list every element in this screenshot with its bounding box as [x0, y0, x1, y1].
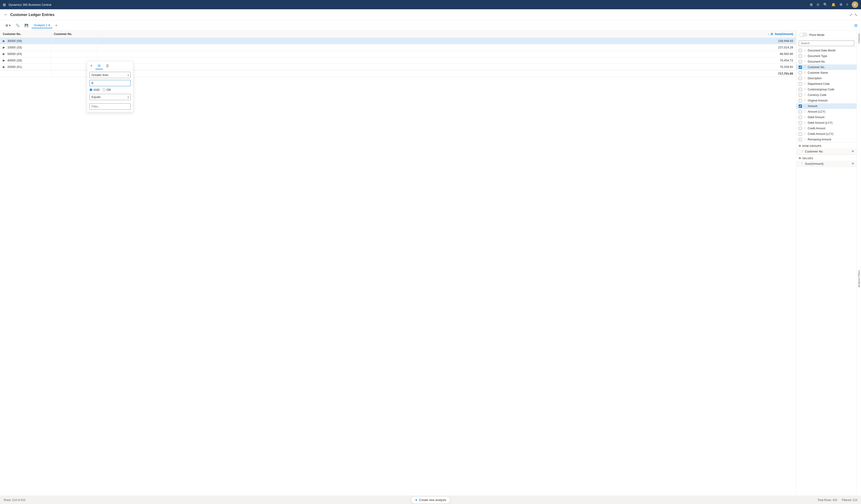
drag-handle-icon: ⠿: [804, 138, 806, 141]
app-logo-icon: ⊞: [3, 2, 6, 7]
row-group-item[interactable]: ⠿ Customer No. ✕: [796, 148, 857, 154]
main-area: Customer No. Customer No. ↓ ⊟ Sum(Amount…: [0, 31, 861, 504]
back-button[interactable]: ←: [4, 12, 8, 17]
remove-row-group-button[interactable]: ✕: [851, 149, 854, 153]
list-item[interactable]: ⠿ Amount: [796, 103, 857, 109]
col-checkbox[interactable]: [799, 60, 802, 63]
create-new-analysis-button[interactable]: ✦ Create new analysis: [411, 496, 450, 504]
col-header-customer-no1[interactable]: Customer No.: [0, 31, 51, 38]
tab-chevron-icon: ▾: [49, 23, 50, 27]
list-item[interactable]: ⠿ Credit Amount (LCY): [796, 131, 857, 137]
collapse-icon[interactable]: ⤡: [854, 13, 857, 17]
list-item[interactable]: ⠿ Customergroup Code: [796, 87, 857, 92]
filter-or-radio[interactable]: [102, 88, 105, 91]
drag-handle-icon: ⠿: [804, 99, 806, 102]
filter-tab-filter[interactable]: ⊟: [95, 62, 103, 69]
drag-handle-icon: ⠿: [804, 49, 806, 52]
list-item[interactable]: ⠿ Description: [796, 76, 857, 81]
search-button[interactable]: 🔍: [14, 23, 21, 28]
list-item[interactable]: ⠿ Document Date Month: [796, 48, 857, 53]
row-expand-icon[interactable]: ▶: [3, 65, 5, 69]
filter-tab-columns[interactable]: |||: [104, 62, 111, 69]
filter-and-label[interactable]: AND: [90, 88, 100, 92]
remove-value-button[interactable]: ✕: [851, 162, 854, 165]
pivot-mode-header: Pivot Mode: [796, 31, 857, 39]
col-checkbox[interactable]: [799, 105, 802, 108]
col-checkbox[interactable]: [799, 71, 802, 74]
save-button[interactable]: 💾: [23, 23, 30, 28]
topbar: ⊞ Dynamics 365 Business Central ⊞ ⊙ 🔍 🔔 …: [0, 0, 861, 9]
bell-icon[interactable]: 🔔: [831, 2, 836, 7]
col-checkbox[interactable]: [799, 49, 802, 52]
row-expand-icon[interactable]: ▶: [3, 39, 5, 43]
tab-label: Analysis 1: [34, 23, 47, 27]
tab-analysis1[interactable]: Analysis 1 ▾: [31, 23, 52, 28]
list-item[interactable]: ⠿ Debit Amount (LCY): [796, 120, 857, 126]
col-checkbox[interactable]: [799, 54, 802, 58]
col-checkbox[interactable]: [799, 110, 802, 113]
popout-icon[interactable]: ⤢: [849, 13, 852, 17]
filter-and-radio[interactable]: [90, 88, 93, 91]
list-item[interactable]: ⠿ Debit Amount: [796, 114, 857, 120]
list-item[interactable]: ⠿ Document Type: [796, 53, 857, 59]
drag-handle-icon: ⠿: [804, 110, 806, 113]
col-checkbox[interactable]: [799, 82, 802, 85]
columns-search-input[interactable]: [799, 41, 854, 46]
col-checkbox[interactable]: [799, 93, 802, 97]
row-expand-icon[interactable]: ▶: [3, 52, 5, 56]
filter-operator2-select[interactable]: Equals Not Equals Greater than Less than: [90, 94, 131, 100]
col-checkbox[interactable]: [799, 132, 802, 136]
list-item[interactable]: ⠿ Credit Amount: [796, 126, 857, 131]
filter-operator1-select[interactable]: Greater than Equals Not Equals Less than…: [90, 72, 131, 78]
filter-icon[interactable]: ⊟: [854, 23, 857, 27]
filter-body: Greater than Equals Not Equals Less than…: [87, 69, 133, 112]
question-icon[interactable]: ?: [846, 3, 848, 7]
col-header-sum-amount[interactable]: ↓ ⊟ Sum(Amount): [97, 31, 796, 38]
settings-icon[interactable]: ⚙: [839, 2, 843, 7]
columns-icon: |||: [106, 64, 109, 67]
list-item[interactable]: ⠿ Customer Name: [796, 70, 857, 76]
page-title: Customer Ledger Entries: [10, 13, 54, 17]
drag-handle-icon: ⠿: [804, 127, 806, 130]
table-row[interactable]: ▶ 10000 (33) 237,014.28: [0, 44, 796, 51]
table-row[interactable]: ▶ 30000 (59) 238,948.93: [0, 38, 796, 44]
search-icon[interactable]: 🔍: [823, 2, 828, 7]
add-tab-button[interactable]: +: [54, 23, 59, 28]
list-item[interactable]: ⠿ Department Code: [796, 81, 857, 87]
row-expand-icon[interactable]: ▶: [3, 59, 5, 62]
col-checkbox[interactable]: [799, 66, 802, 69]
help-circle-icon[interactable]: ⊙: [817, 2, 820, 7]
drag-handle-icon: ⠿: [804, 93, 806, 97]
col-checkbox[interactable]: [799, 121, 802, 124]
avatar[interactable]: K: [852, 1, 858, 8]
filter-value2-input[interactable]: [90, 103, 131, 110]
col-checkbox[interactable]: [799, 115, 802, 119]
col-checkbox[interactable]: [799, 138, 802, 141]
value-item[interactable]: ⠿ Sum(Amount) ✕: [796, 161, 857, 167]
page-header: ← Customer Ledger Entries ⤢ ⤡: [0, 9, 861, 21]
filter-tab-list[interactable]: ≡: [88, 62, 95, 69]
filter-or-label[interactable]: OR: [102, 88, 111, 92]
list-item[interactable]: ⠿ Currency Code: [796, 92, 857, 98]
list-item[interactable]: ⠿ Amount (LCY): [796, 109, 857, 114]
table-row[interactable]: ▶ 50000 (43) 88,993.80: [0, 51, 796, 57]
bottom-right: Total Rows: 415 Filtered: 214: [818, 499, 857, 502]
filter-value1-input[interactable]: [90, 80, 131, 86]
row-expand-icon[interactable]: ▶: [3, 46, 5, 49]
col-checkbox[interactable]: [799, 77, 802, 80]
col-checkbox[interactable]: [799, 99, 802, 102]
col-checkbox[interactable]: [799, 88, 802, 91]
view-button[interactable]: ⊞ ▾: [4, 23, 13, 28]
pivot-toggle[interactable]: [799, 32, 807, 37]
list-item[interactable]: ⠿ Remaining Amount: [796, 137, 857, 142]
list-item[interactable]: ⠿ Original Amount: [796, 98, 857, 103]
columns-side-tab[interactable]: Columns: [857, 32, 861, 44]
filter-popup-tabs: ≡ ⊟ |||: [87, 62, 133, 69]
save-icon: 💾: [25, 24, 28, 27]
list-item[interactable]: ⠿ Document No.: [796, 59, 857, 65]
list-item[interactable]: ⠿ Customer No.: [796, 65, 857, 70]
analysis-filters-side-tab[interactable]: Analysis Filters: [857, 269, 861, 288]
col-checkbox[interactable]: [799, 127, 802, 130]
grid-icon[interactable]: ⊞: [810, 2, 813, 7]
col-header-customer-no2[interactable]: Customer No.: [51, 31, 97, 38]
